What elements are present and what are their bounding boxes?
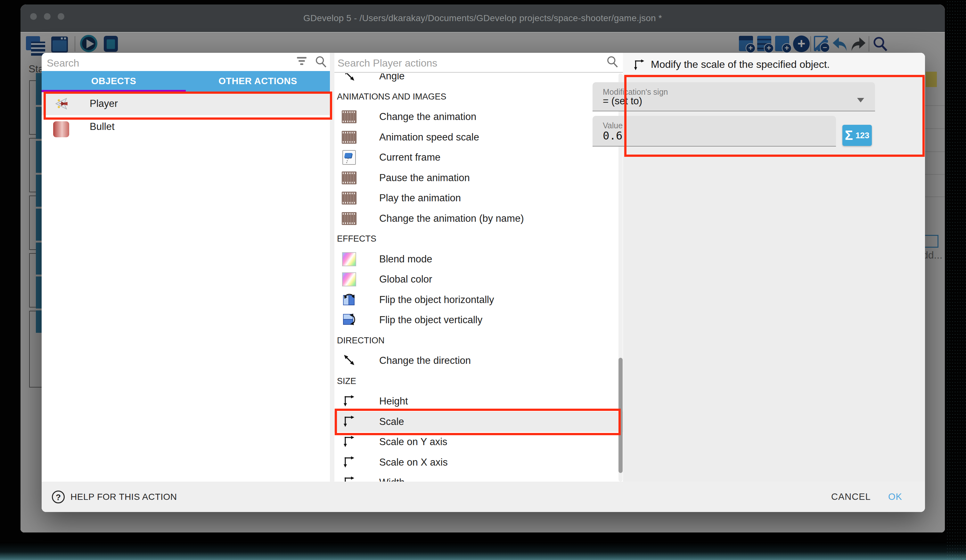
action-section-header: DIRECTION — [337, 330, 384, 351]
scrollbar-thumb[interactable] — [618, 358, 623, 473]
action-icon-wrap — [342, 293, 356, 307]
sigma-icon: Σ — [845, 129, 853, 142]
action-icon-wrap — [342, 414, 356, 429]
action-icon-wrap — [342, 150, 356, 165]
flip-horizontal-icon — [342, 292, 356, 308]
film-strip-icon — [342, 110, 356, 123]
action-label: Change the direction — [379, 355, 471, 367]
action-item[interactable]: Animation speed scale — [334, 127, 623, 147]
action-label: Global color — [379, 273, 432, 285]
action-item[interactable]: Change the direction — [334, 350, 623, 371]
action-label: Angle — [379, 73, 404, 82]
flip-vertical-icon — [342, 312, 356, 327]
player-ship-icon — [53, 96, 69, 112]
modification-sign-select[interactable]: Modification's sign = (set to) — [593, 82, 875, 111]
cancel-button[interactable]: CANCEL — [831, 481, 871, 512]
scale-arrow-icon — [342, 475, 356, 481]
object-item-bullet[interactable]: Bullet — [42, 115, 330, 138]
actions-search-row — [334, 53, 623, 73]
field-label: Value — [603, 121, 623, 130]
film-strip-icon — [342, 212, 356, 225]
action-item[interactable]: Change the animation (by name) — [334, 208, 623, 229]
desktop-wallpaper-edge — [946, 0, 966, 560]
tab-other-actions[interactable]: OTHER ACTIONS — [186, 71, 330, 92]
expression-123-label: 123 — [856, 131, 869, 141]
expression-editor-button[interactable]: Σ 123 — [842, 125, 872, 146]
search-icon — [314, 55, 328, 69]
action-item[interactable]: Change the animation — [334, 106, 623, 127]
action-item[interactable]: Pause the animation — [334, 168, 623, 188]
field-value: = (set to) — [603, 95, 642, 107]
action-item[interactable]: Blend mode — [334, 249, 623, 269]
action-label: Flip the object horizontally — [379, 294, 494, 306]
object-label: Bullet — [90, 121, 115, 133]
help-button[interactable]: ? HELP FOR THIS ACTION — [52, 481, 177, 512]
film-strip-icon — [342, 172, 356, 184]
help-label: HELP FOR THIS ACTION — [71, 492, 177, 502]
action-item[interactable]: Flip the object horizontally — [334, 290, 623, 310]
gdevelop-window: GDevelop 5 - /Users/dkarakay/Documents/G… — [20, 5, 945, 532]
action-label: Play the animation — [379, 192, 461, 204]
actions-list: AngleANIMATIONS AND IMAGESChange the ani… — [334, 73, 623, 481]
dialog-footer: ? HELP FOR THIS ACTION CANCEL OK — [42, 481, 925, 512]
tab-objects[interactable]: OBJECTS — [42, 71, 186, 92]
desktop: GDevelop 5 - /Users/dkarakay/Documents/G… — [0, 0, 966, 560]
action-section-header: SIZE — [337, 371, 356, 391]
actions-search-input[interactable] — [338, 56, 600, 70]
action-item[interactable]: Global color — [334, 269, 623, 290]
action-item[interactable]: Angle — [334, 73, 623, 87]
action-item[interactable]: Scale on X axis — [334, 452, 623, 473]
question-mark-icon: ? — [52, 491, 65, 503]
window-title: GDevelop 5 - /Users/dkarakay/Documents/G… — [20, 5, 945, 32]
desktop-wallpaper-strip — [0, 542, 966, 560]
scale-arrow-icon — [342, 414, 356, 429]
color-icon — [342, 272, 356, 287]
search-icon — [605, 55, 619, 69]
angle-arrow-icon — [342, 73, 356, 84]
action-label: Blend mode — [379, 254, 432, 265]
action-item[interactable]: Scale — [334, 411, 623, 432]
action-label: Scale on Y axis — [379, 436, 447, 448]
action-label: Change the animation (by name) — [379, 213, 524, 224]
action-item[interactable]: Scale on Y axis — [334, 432, 623, 452]
scale-arrow-icon — [342, 434, 356, 450]
action-label: Flip the object vertically — [379, 314, 482, 326]
action-label: Current frame — [379, 152, 440, 163]
action-label: Animation speed scale — [379, 131, 479, 143]
film-strip-icon — [342, 192, 356, 205]
ok-button[interactable]: OK — [888, 481, 902, 512]
value-input[interactable]: Value 0.6 — [593, 116, 836, 147]
action-icon-wrap — [342, 191, 356, 205]
action-icon-wrap — [342, 272, 356, 287]
action-item[interactable]: Height — [334, 391, 623, 411]
scale-arrow-icon — [342, 394, 356, 409]
action-icon-wrap — [342, 353, 356, 368]
objects-search-row — [42, 53, 330, 73]
panel-divider — [330, 53, 334, 481]
objects-search-input[interactable] — [47, 56, 293, 70]
left-panel-tabs: OBJECTS OTHER ACTIONS — [42, 71, 330, 92]
action-label: Height — [379, 396, 408, 407]
film-strip-icon — [342, 131, 356, 144]
action-item[interactable]: Play the animation — [334, 188, 623, 208]
action-section-header: EFFECTS — [337, 228, 376, 249]
action-item[interactable]: Flip the object vertically — [334, 310, 623, 330]
action-item[interactable]: Current frame — [334, 147, 623, 168]
action-icon-wrap — [342, 313, 356, 327]
direction-arrow-icon — [342, 353, 356, 368]
action-icon-wrap — [342, 170, 356, 185]
object-label: Player — [90, 98, 118, 110]
action-label: Pause the animation — [379, 172, 470, 184]
current-frame-icon — [342, 150, 356, 165]
object-item-player[interactable]: Player — [42, 92, 330, 115]
chevron-down-icon — [857, 98, 864, 102]
action-editor-dialog: OBJECTS OTHER ACTIONS PlayerBullet Angle… — [42, 53, 925, 512]
action-label: Scale — [379, 416, 404, 427]
filter-icon[interactable] — [295, 56, 309, 69]
action-icon-wrap — [342, 73, 356, 84]
action-icon-wrap — [342, 130, 356, 145]
objects-list: PlayerBullet — [42, 92, 330, 138]
field-value: 0.6 — [603, 129, 622, 142]
action-header: Modify the scale of the specified object… — [623, 53, 925, 76]
action-item[interactable]: Width — [334, 472, 623, 481]
